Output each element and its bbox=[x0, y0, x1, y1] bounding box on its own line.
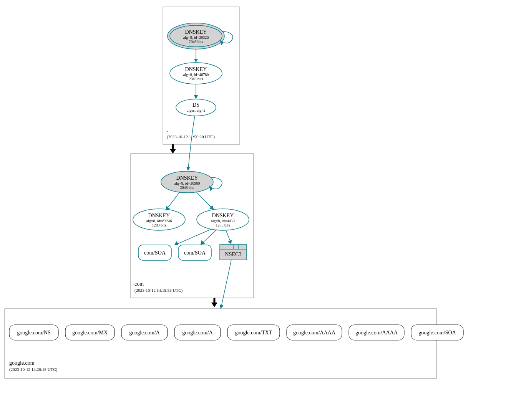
dnssec-diagram: . (2023-10-12 11:50:20 UTC) DNSKEY alg=8… bbox=[0, 0, 506, 420]
node-com-soa1: com/SOA bbox=[138, 245, 171, 260]
edge-ds-comksk bbox=[188, 116, 195, 168]
edge-zsk2-soa2 bbox=[203, 230, 217, 243]
svg-text:2048 bits: 2048 bits bbox=[189, 77, 203, 81]
google-record-label: google.com/A bbox=[182, 330, 213, 336]
svg-marker-15 bbox=[170, 149, 176, 154]
node-com-zsk2: DNSKEY alg=8, id=4459 1280 bits bbox=[197, 209, 249, 230]
svg-text:digest alg=2: digest alg=2 bbox=[186, 108, 205, 112]
zone-google bbox=[5, 309, 436, 379]
svg-marker-10 bbox=[194, 59, 198, 63]
zone-com-label: com bbox=[134, 281, 144, 287]
node-root-ds: DS digest alg=2 bbox=[176, 99, 216, 116]
svg-text:DNSKEY: DNSKEY bbox=[176, 175, 198, 181]
svg-text:1280 bits: 1280 bits bbox=[152, 223, 166, 227]
google-record-label: google.com/AAAA bbox=[355, 330, 398, 336]
svg-marker-34 bbox=[174, 241, 179, 245]
edge-comksk-zsk1 bbox=[168, 192, 180, 208]
google-record-label: google.com/MX bbox=[72, 330, 108, 336]
zone-com-ts: (2023-10-12 14:19:53 UTC) bbox=[134, 288, 183, 293]
svg-text:DNSKEY: DNSKEY bbox=[212, 213, 234, 218]
svg-marker-45 bbox=[220, 304, 224, 309]
svg-text:DNSKEY: DNSKEY bbox=[148, 213, 170, 218]
zone-google-label: google.com bbox=[9, 360, 35, 366]
google-record-label: google.com/AAAA bbox=[293, 330, 336, 336]
svg-text:NSEC3: NSEC3 bbox=[225, 251, 242, 257]
edge-zsk2-nsec3 bbox=[226, 230, 231, 242]
node-root-zsk: DNSKEY alg=8, id=46780 2048 bits bbox=[170, 63, 222, 84]
svg-text:2048 bits: 2048 bits bbox=[180, 185, 194, 190]
svg-text:alg=8, id=63246: alg=8, id=63246 bbox=[146, 219, 172, 223]
svg-text:com/SOA: com/SOA bbox=[184, 250, 206, 256]
zone-root-label: . bbox=[167, 127, 168, 133]
svg-marker-14 bbox=[194, 95, 198, 99]
zone-google-ts: (2023-10-12 14:20:18 UTC) bbox=[9, 367, 58, 372]
google-record-label: google.com/TXT bbox=[235, 330, 272, 336]
svg-text:DNSKEY: DNSKEY bbox=[185, 66, 207, 72]
svg-text:alg=8, id=46780: alg=8, id=46780 bbox=[183, 73, 209, 77]
svg-text:alg=8, id=20326: alg=8, id=20326 bbox=[183, 35, 209, 40]
node-com-ksk: DNSKEY alg=8, id=30909 2048 bits bbox=[161, 171, 213, 193]
svg-text:alg=8, id=30909: alg=8, id=30909 bbox=[174, 181, 200, 185]
zone-root-ts: (2023-10-12 11:50:20 UTC) bbox=[167, 134, 215, 139]
svg-marker-44 bbox=[211, 303, 217, 307]
svg-text:com/SOA: com/SOA bbox=[144, 250, 166, 256]
node-com-zsk1: DNSKEY alg=8, id=63246 1280 bits bbox=[133, 209, 185, 230]
node-com-soa2: com/SOA bbox=[178, 245, 211, 260]
node-nsec3: NSEC3 bbox=[220, 245, 247, 260]
svg-text:2048 bits: 2048 bits bbox=[189, 40, 203, 44]
google-record-label: google.com/A bbox=[129, 330, 160, 336]
google-records-row: google.com/NSgoogle.com/MXgoogle.com/Ago… bbox=[9, 325, 463, 340]
svg-text:DNSKEY: DNSKEY bbox=[185, 29, 207, 35]
google-record-label: google.com/SOA bbox=[418, 330, 456, 336]
svg-text:1280 bits: 1280 bits bbox=[216, 223, 230, 227]
svg-text:alg=8, id=4459: alg=8, id=4459 bbox=[211, 219, 234, 223]
svg-marker-16 bbox=[186, 167, 190, 171]
edge-nsec3-google bbox=[221, 260, 231, 306]
edge-comksk-zsk2 bbox=[196, 192, 212, 208]
svg-text:DS: DS bbox=[192, 102, 199, 108]
edge-zsk2-soa1 bbox=[177, 229, 212, 244]
google-record-label: google.com/NS bbox=[17, 330, 51, 336]
node-root-ksk: DNSKEY alg=8, id=20326 2048 bits bbox=[168, 23, 224, 49]
